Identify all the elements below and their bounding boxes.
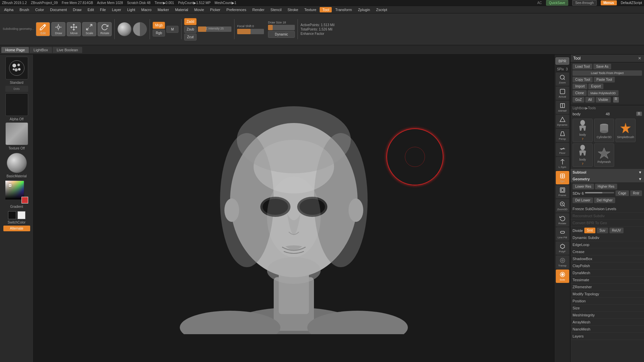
menu-item-material[interactable]: Material — [172, 7, 191, 12]
smt-button[interactable]: Smt — [584, 228, 596, 233]
menu-item-draw[interactable]: Draw — [70, 7, 84, 12]
menu-item-picker[interactable]: Picker — [207, 7, 223, 12]
suv-button[interactable]: Suv — [597, 228, 608, 233]
menu-item-zscript[interactable]: Zscript — [373, 7, 390, 12]
subtool-header[interactable]: Subtool ▼ — [571, 169, 644, 176]
black-square[interactable] — [8, 211, 16, 219]
move-button[interactable]: Move — [67, 22, 81, 36]
quicksave-button[interactable]: QuickSave — [546, 0, 568, 6]
menu-item-movie[interactable]: Movie — [192, 7, 207, 12]
m-button[interactable]: M — [166, 26, 178, 33]
menu-item-color[interactable]: Color — [33, 7, 47, 12]
brush-preview[interactable] — [5, 57, 28, 79]
scale-button[interactable]: Scale — [82, 22, 96, 36]
rotate3d-button[interactable]: Rotate — [556, 213, 569, 227]
actual-button[interactable]: Actual — [556, 86, 569, 100]
nav-tab-live-boolean[interactable]: Live Boolean — [53, 47, 82, 53]
bpr-button[interactable]: BPR — [555, 57, 569, 65]
nav-tab-home-page[interactable]: Home Page — [1, 47, 29, 53]
solo-button[interactable]: Solo — [556, 269, 569, 283]
mesh-integrity-item[interactable]: MeshIntegrity — [571, 312, 644, 319]
mrgb-button[interactable]: Mrgb — [153, 22, 165, 29]
freeze-subdiv-item[interactable]: Freeze SubDivision Levels — [571, 205, 644, 213]
canvas-area[interactable]: ▲ ▼ — [34, 55, 554, 362]
r-badge[interactable]: R — [613, 97, 619, 103]
menu-item-document[interactable]: Document — [47, 7, 69, 12]
dynamic-subdiv-item[interactable]: Dynamic Subdiv — [571, 234, 644, 241]
menu-item-preferences[interactable]: Preferences — [224, 7, 249, 12]
linepill-button[interactable]: Line Pill — [556, 227, 569, 241]
edgeloop-item[interactable]: EdgeLoop — [571, 241, 644, 248]
menu-item-macro[interactable]: Macro — [139, 7, 154, 12]
dynamic-persp-button[interactable]: Dynamic — [556, 115, 569, 128]
draw-button[interactable]: Draw — [51, 22, 65, 36]
visible-button[interactable]: Visible — [596, 97, 611, 103]
close-icon[interactable]: ✕ — [638, 56, 641, 61]
rotate-button[interactable]: Rotate — [98, 22, 112, 36]
menu-item-alpha[interactable]: Alpha — [1, 7, 16, 12]
menu-item-transform[interactable]: Transform — [332, 7, 355, 12]
modify-topology-item[interactable]: Modify Topology — [571, 291, 644, 298]
import-button[interactable]: Import — [573, 83, 587, 89]
menu-item-layer[interactable]: Layer — [109, 7, 124, 12]
tool-thumb-body2[interactable]: body 7 — [573, 143, 593, 167]
load-tool-button[interactable]: Load Tool — [573, 64, 592, 69]
color-picker[interactable] — [5, 181, 28, 203]
del-lower-button[interactable]: Del Lower — [573, 197, 593, 203]
alternate-button[interactable]: Alternate — [3, 226, 30, 231]
zoom-button[interactable]: Zoom — [556, 72, 569, 86]
see-through-button[interactable]: See-through — [572, 0, 597, 6]
claypolish-item[interactable]: ClayPolish — [571, 262, 644, 269]
z-intensity-slider[interactable]: Z Intensity 25 — [198, 26, 231, 32]
tool-thumb-simplebrush[interactable]: SimpleBrush — [615, 119, 636, 142]
polyf-button[interactable]: PolyF — [556, 241, 569, 255]
focal-shift-slider[interactable] — [237, 29, 264, 34]
tool-thumb-body[interactable]: body 7 — [573, 119, 593, 142]
geometry-header[interactable]: Geometry ▼ — [571, 176, 644, 182]
frame-button[interactable]: Frame — [556, 185, 569, 198]
export-button[interactable]: Export — [588, 83, 603, 89]
material-sphere[interactable] — [117, 22, 131, 36]
menu-item-render[interactable]: Render — [250, 7, 267, 12]
sdiv-slider[interactable] — [585, 192, 614, 193]
make-polymesh-button[interactable]: Make PolyMesh3D — [588, 90, 619, 96]
all-button[interactable]: All — [585, 97, 594, 103]
size-item[interactable]: Size — [571, 305, 644, 312]
cage-button[interactable]: Cage — [615, 190, 629, 196]
menu-item-file[interactable]: File — [97, 7, 109, 12]
alpha-preview[interactable] — [5, 93, 28, 116]
material-preview[interactable] — [7, 153, 27, 173]
menu-item-texture[interactable]: Texture — [302, 7, 319, 12]
white-square[interactable] — [17, 211, 25, 219]
zoom3d-button[interactable]: Zoom3D — [556, 199, 569, 213]
edit-button[interactable]: Edit — [36, 22, 50, 36]
reuv-button[interactable]: ReUV — [609, 228, 624, 233]
del-higher-button[interactable]: Del Higher — [594, 197, 615, 203]
menus-button[interactable]: Menus — [601, 0, 617, 5]
menu-item-brush[interactable]: Brush — [17, 7, 32, 12]
tessimate-item[interactable]: Tessimate — [571, 277, 644, 284]
qyz-button[interactable]: Qyz — [556, 171, 569, 184]
menu-item-stroke[interactable]: Stroke — [285, 7, 301, 12]
higher-res-button[interactable]: Higher Res — [595, 184, 617, 189]
position-item[interactable]: Position — [571, 298, 644, 305]
menu-item-edit[interactable]: Edit — [85, 7, 97, 12]
rntr-button[interactable]: Rntr — [630, 190, 642, 196]
nav-tab-lightbox[interactable]: LightBox — [30, 47, 52, 53]
clone-button[interactable]: Clone — [573, 90, 587, 96]
crease-item[interactable]: Crease — [571, 248, 644, 255]
lsym-button[interactable]: L.Sym — [556, 157, 569, 170]
tool-thumb-cylinder[interactable]: Cylinder3D — [594, 119, 614, 142]
r-badge-2[interactable]: R — [636, 112, 642, 116]
draw-size-slider[interactable] — [268, 25, 295, 30]
persp-button[interactable]: Persp — [556, 129, 569, 142]
menu-item-zplugin[interactable]: Zplugin — [355, 7, 373, 12]
zremesher-item[interactable]: ZRemesher — [571, 284, 644, 291]
tool-thumb-polymesh[interactable]: Polymesh — [594, 143, 614, 167]
floor-button[interactable]: Floor — [556, 143, 569, 156]
menu-item-marker[interactable]: Marker — [155, 7, 172, 12]
texture-preview[interactable] — [5, 122, 28, 145]
dynamic-button[interactable]: Dynamic — [268, 31, 295, 38]
aahalf-button[interactable]: AAHalf — [556, 101, 569, 114]
shadowbox-item[interactable]: ShadowBox — [571, 255, 644, 262]
